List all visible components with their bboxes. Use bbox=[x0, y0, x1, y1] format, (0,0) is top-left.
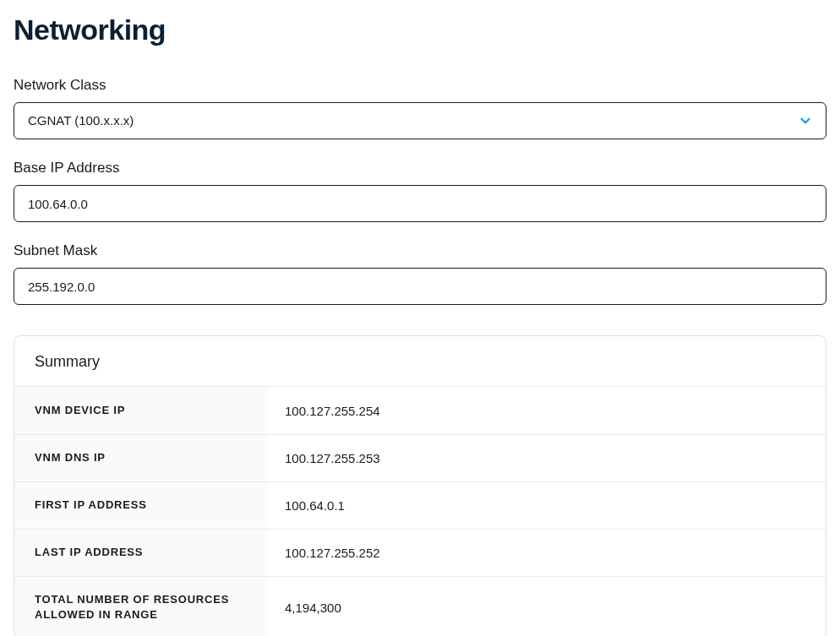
summary-value: 100.64.0.1 bbox=[268, 483, 362, 528]
summary-row: VNM DNS IP 100.127.255.253 bbox=[14, 434, 826, 481]
summary-key: VNM DEVICE IP bbox=[14, 387, 268, 434]
base-ip-label: Base IP Address bbox=[14, 160, 826, 177]
summary-value: 100.127.255.252 bbox=[268, 530, 397, 575]
network-class-label: Network Class bbox=[14, 77, 826, 94]
summary-header: Summary bbox=[14, 336, 826, 387]
subnet-mask-group: Subnet Mask bbox=[14, 242, 826, 305]
summary-value: 4,194,300 bbox=[268, 585, 358, 630]
summary-key: TOTAL NUMBER OF RESOURCES ALLOWED IN RAN… bbox=[14, 577, 268, 636]
subnet-mask-input[interactable] bbox=[14, 268, 826, 305]
network-class-select[interactable]: CGNAT (100.x.x.x) bbox=[14, 102, 826, 139]
summary-body: VNM DEVICE IP 100.127.255.254 VNM DNS IP… bbox=[14, 387, 826, 636]
subnet-mask-label: Subnet Mask bbox=[14, 242, 826, 259]
summary-row: TOTAL NUMBER OF RESOURCES ALLOWED IN RAN… bbox=[14, 576, 826, 636]
summary-card: Summary VNM DEVICE IP 100.127.255.254 VN… bbox=[14, 335, 826, 636]
network-class-select-wrapper: CGNAT (100.x.x.x) bbox=[14, 102, 826, 139]
summary-row: VNM DEVICE IP 100.127.255.254 bbox=[14, 387, 826, 434]
base-ip-group: Base IP Address bbox=[14, 160, 826, 222]
page-title: Networking bbox=[14, 14, 826, 46]
summary-value: 100.127.255.254 bbox=[268, 389, 397, 433]
network-class-group: Network Class CGNAT (100.x.x.x) bbox=[14, 77, 826, 139]
base-ip-input[interactable] bbox=[14, 185, 826, 222]
summary-value: 100.127.255.253 bbox=[268, 436, 397, 481]
summary-key: VNM DNS IP bbox=[14, 435, 268, 481]
summary-row: LAST IP ADDRESS 100.127.255.252 bbox=[14, 529, 826, 576]
summary-row: FIRST IP ADDRESS 100.64.0.1 bbox=[14, 481, 826, 529]
summary-key: LAST IP ADDRESS bbox=[14, 530, 268, 576]
summary-key: FIRST IP ADDRESS bbox=[14, 482, 268, 529]
